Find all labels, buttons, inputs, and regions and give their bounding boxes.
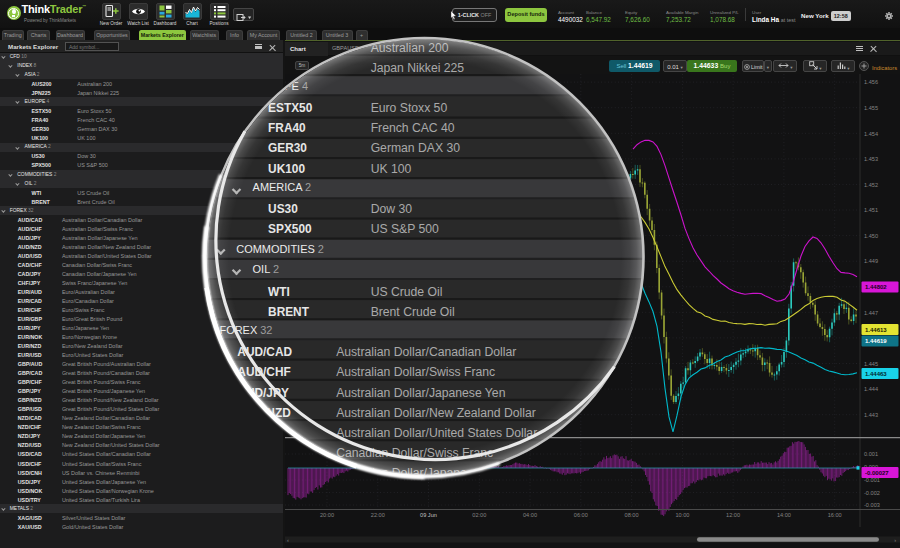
svg-text:-0.001: -0.001 [864, 477, 880, 483]
svg-text:1.443: 1.443 [864, 412, 878, 418]
svg-text:1.451: 1.451 [864, 207, 878, 213]
svg-text:14:00: 14:00 [777, 512, 791, 518]
svg-text:1.455: 1.455 [864, 105, 878, 111]
svg-text:1.453: 1.453 [864, 156, 878, 162]
svg-text:09 Jun: 09 Jun [420, 512, 437, 518]
svg-text:0.001: 0.001 [864, 451, 878, 457]
svg-text:1.445: 1.445 [864, 361, 878, 367]
svg-text:06:00: 06:00 [574, 512, 588, 518]
svg-text:-0.003: -0.003 [864, 502, 880, 508]
svg-text:‹: ‹ [287, 537, 289, 543]
svg-text:-0.002: -0.002 [864, 490, 880, 496]
svg-text:1.44613: 1.44613 [865, 327, 887, 333]
svg-text:1.454: 1.454 [864, 131, 878, 137]
svg-text:04:00: 04:00 [523, 512, 537, 518]
svg-text:20:00: 20:00 [320, 512, 334, 518]
svg-text:10:00: 10:00 [675, 512, 689, 518]
svg-text:1.44802: 1.44802 [865, 284, 887, 290]
svg-text:1.449: 1.449 [864, 258, 878, 264]
svg-text:22:00: 22:00 [371, 512, 385, 518]
svg-text:1.447: 1.447 [864, 310, 878, 316]
svg-text:1.452: 1.452 [864, 182, 878, 188]
svg-text:12:00: 12:00 [726, 512, 740, 518]
svg-text:-0.00027: -0.00027 [865, 470, 889, 476]
svg-text:›: › [894, 537, 896, 543]
svg-text:1.444: 1.444 [864, 386, 878, 392]
svg-text:08:00: 08:00 [625, 512, 639, 518]
svg-text:1.44463: 1.44463 [865, 371, 887, 377]
svg-text:1.450: 1.450 [864, 233, 878, 239]
svg-text:1.456: 1.456 [864, 79, 878, 85]
svg-text:1.44619: 1.44619 [865, 338, 887, 344]
svg-text:16:00: 16:00 [828, 512, 842, 518]
svg-text:02:00: 02:00 [472, 512, 486, 518]
